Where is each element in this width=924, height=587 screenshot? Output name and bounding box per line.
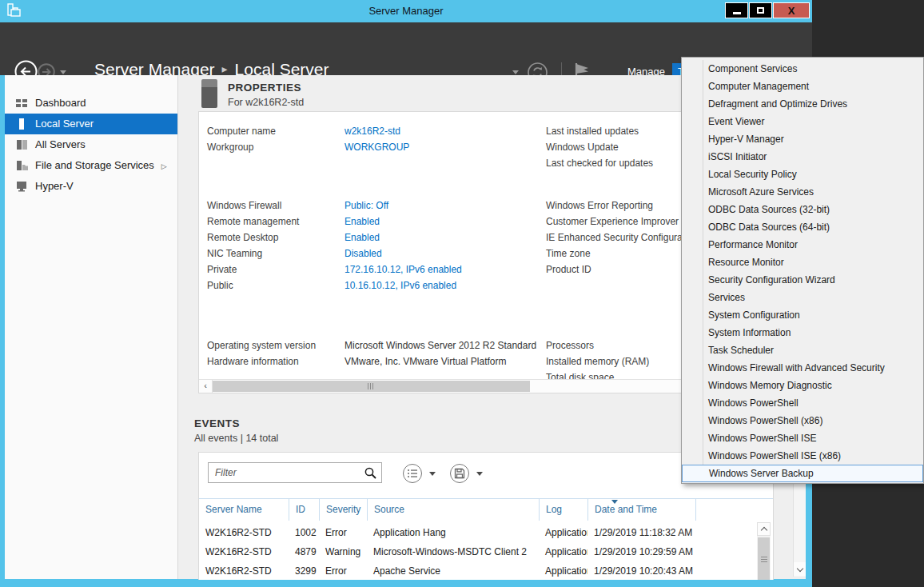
property-value[interactable]: Disabled [345,246,382,262]
column-header-id[interactable]: ID [289,499,319,521]
event-source: Microsoft-Windows-MSDTC Client 2 [367,546,539,557]
tools-menu-item[interactable]: Windows Memory Diagnostic [682,377,923,394]
events-vertical-scrollbar[interactable] [757,522,771,580]
breadcrumb-dropdown-caret[interactable] [512,70,519,74]
sidebar-item-all-servers[interactable]: All Servers [5,134,177,155]
event-id: 4879 [289,546,319,557]
tools-menu-item[interactable]: Performance Monitor [682,236,923,254]
chevron-down-icon [796,565,803,571]
tools-menu-item[interactable]: System Configuration [682,306,923,324]
hyper-v-icon [15,180,28,193]
tools-menu-item-label: Local Security Policy [708,169,797,180]
tools-menu-item[interactable]: ODBC Data Sources (32-bit) [682,201,923,218]
property-value[interactable]: WORKGROUP [345,139,409,155]
property-row: Public10.16.10.12, IPv6 enabled [207,278,462,294]
tools-menu-item[interactable]: Microsoft Azure Services [682,183,923,201]
tasks-dropdown-caret[interactable] [429,472,436,476]
tools-menu-item[interactable]: Resource Monitor [682,254,923,271]
property-row: Operating system versionMicrosoft Window… [207,337,536,353]
event-log: Application [539,527,587,538]
sidebar-item-local-server[interactable]: Local Server [5,114,177,134]
events-subtitle: All events | 14 total [194,433,278,444]
properties-subtitle: For w2k16R2-std [228,97,304,108]
event-id: 1002 [289,527,319,538]
tools-menu-item-label: Windows Firewall with Advanced Security [708,362,885,373]
events-tasks-button[interactable] [403,464,422,483]
events-save-button[interactable] [450,464,469,483]
tools-menu-item[interactable]: Windows Firewall with Advanced Security [682,359,923,377]
column-header-date-time[interactable]: Date and Time [587,499,695,521]
tools-menu-item-label: Windows Server Backup [709,468,814,479]
column-header-server-name[interactable]: Server Name [199,499,289,521]
property-value: Microsoft Windows Server 2012 R2 Standar… [345,337,536,353]
tools-menu-item[interactable]: Task Scheduler [682,341,923,359]
scroll-down-button[interactable] [794,562,806,576]
breadcrumb-separator-icon: ▸ [222,62,228,75]
property-value[interactable]: 172.16.10.12, IPv6 enabled [345,262,462,278]
property-label: Windows Firewall [207,198,345,214]
horizontal-scrollbar-thumb[interactable] [213,381,530,392]
property-label: Private [207,262,345,278]
tools-menu-item[interactable]: Local Security Policy [682,166,923,183]
sidebar-item-dashboard[interactable]: Dashboard [5,93,177,114]
tools-menu-item-label: Computer Management [708,81,809,92]
tools-menu-item[interactable]: Component Services [682,60,923,78]
property-value[interactable]: Enabled [345,230,380,246]
tools-menu-item[interactable]: Windows Server Backup [682,465,923,482]
tools-menu-item[interactable]: System Information [682,324,923,341]
tools-menu-item-label: Windows PowerShell ISE (x86) [708,450,841,461]
tools-menu-item-label: Services [708,292,745,303]
property-row: Private172.16.10.12, IPv6 enabled [207,262,462,278]
property-row: Windows Error Reporting [546,198,683,214]
event-row[interactable]: W2K16R2-STD 3299 Error Apache Service Ap… [199,561,773,580]
tools-menu-item[interactable]: Windows PowerShell [682,394,923,412]
sidebar-item-file-storage-services[interactable]: File and Storage Services▷ [5,155,177,176]
save-dropdown-caret[interactable] [476,472,483,476]
filter-input[interactable] [209,463,381,482]
property-row: WorkgroupWORKGROUP [207,139,409,155]
tools-menu-item[interactable]: iSCSI Initiator [682,148,923,166]
column-header-log[interactable]: Log [539,499,587,521]
property-label: Hardware information [207,353,345,369]
property-value[interactable]: 10.16.10.12, IPv6 enabled [345,278,456,294]
scroll-left-button[interactable]: ‹ [199,380,213,393]
tools-menu-item[interactable]: Windows PowerShell (x86) [682,412,923,429]
column-header-severity[interactable]: Severity [319,499,367,521]
scroll-up-button[interactable] [757,522,771,536]
tools-menu-item[interactable]: Services [682,289,923,306]
tools-menu-item-label: Performance Monitor [708,239,798,250]
tools-menu-item-label: Component Services [708,63,797,74]
tools-menu-item[interactable]: Computer Management [682,78,923,95]
maximize-button[interactable] [749,2,772,18]
event-row[interactable]: W2K16R2-STD 1002 Error Application Hang … [199,523,773,542]
vertical-scrollbar-thumb[interactable] [758,537,770,580]
history-dropdown-caret[interactable] [60,70,66,74]
tools-menu-item[interactable]: Windows PowerShell ISE (x86) [682,447,923,465]
tools-menu-item-label: Microsoft Azure Services [708,186,814,198]
event-datetime: 1/29/2019 10:20:43 AM [587,565,695,577]
events-title: EVENTS [194,417,240,429]
property-row: Last installed updates [546,123,683,139]
property-value[interactable]: Public: Off [345,198,388,214]
file-storage-icon [15,159,28,172]
window-controls: X [724,2,810,18]
tools-menu-item[interactable]: Security Configuration Wizard [682,271,923,289]
tools-menu-item[interactable]: ODBC Data Sources (64-bit) [682,218,923,236]
column-header-source[interactable]: Source [367,499,539,521]
sidebar-item-hyper-v[interactable]: Hyper-V [5,176,177,197]
event-log: Application [539,565,587,577]
property-value[interactable]: w2k16R2-std [345,123,400,139]
property-value[interactable]: Enabled [345,214,380,230]
tools-menu-item[interactable]: Event Viewer [682,113,923,130]
minimize-button[interactable] [725,2,748,18]
tools-menu-item[interactable]: Defragment and Optimize Drives [682,95,923,113]
event-server-name: W2K16R2-STD [199,546,289,557]
tools-menu-item[interactable]: Windows PowerShell ISE [682,429,923,447]
event-row[interactable]: W2K16R2-STD 4879 Warning Microsoft-Windo… [199,542,773,561]
tools-menu-item[interactable]: Hyper-V Manager [682,130,923,148]
tools-menu-item-label: Windows Memory Diagnostic [708,380,832,391]
property-label: Installed memory (RAM) [546,353,683,369]
property-label: Processors [546,337,683,353]
property-row: Time zone [546,246,683,262]
close-button[interactable]: X [773,2,810,18]
